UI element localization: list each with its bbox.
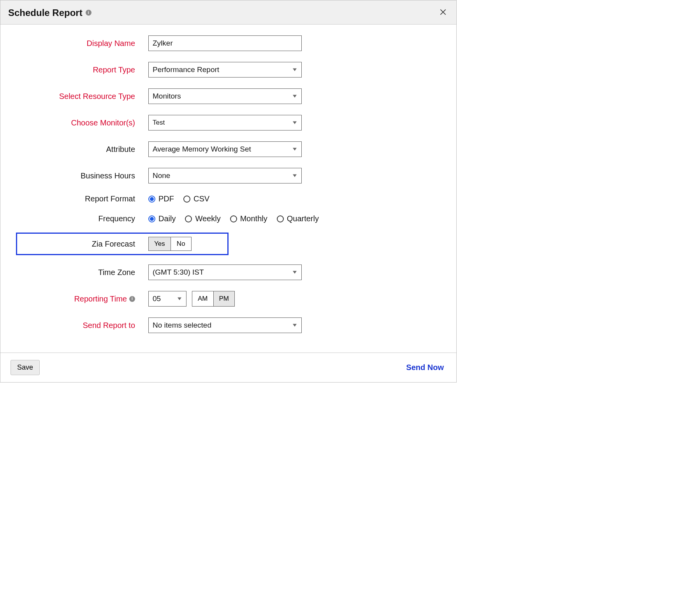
label-report-type: Report Type [16,65,148,74]
resource-type-select[interactable]: Monitors [148,88,302,104]
business-hours-value: None [153,171,170,180]
radio-icon [148,196,155,203]
choose-monitors-select[interactable]: Test [148,115,302,130]
radio-icon [183,196,190,203]
send-to-value: No items selected [153,321,211,330]
dialog-title-text: Schedule Report [8,7,83,18]
radio-icon [148,215,155,222]
row-display-name: Display Name [16,35,441,51]
report-type-value: Performance Report [153,65,219,74]
row-choose-monitors: Choose Monitor(s) Test [16,115,441,130]
row-attribute: Attribute Average Memory Working Set [16,141,441,157]
report-format-csv-radio[interactable]: CSV [183,194,209,203]
zia-forecast-toggle: Yes No [148,237,192,251]
info-icon[interactable]: i [86,10,91,16]
label-resource-type: Select Resource Type [16,92,148,101]
chevron-down-icon [178,298,181,300]
schedule-report-dialog: Schedule Report i Display Name Report Ty… [0,0,457,383]
label-time-zone: Time Zone [16,268,148,277]
time-zone-select[interactable]: (GMT 5:30) IST [148,264,302,280]
dialog-body: Display Name Report Type Performance Rep… [0,25,456,353]
row-reporting-time: Reporting Time i 05 AM PM [16,291,441,307]
row-report-format: Report Format PDF CSV [16,194,441,203]
business-hours-select[interactable]: None [148,168,302,183]
frequency-quarterly-radio[interactable]: Quarterly [277,214,319,223]
send-to-select[interactable]: No items selected [148,317,302,333]
frequency-monthly-radio[interactable]: Monthly [230,214,267,223]
resource-type-value: Monitors [153,92,181,100]
chevron-down-icon [293,122,297,124]
report-type-select[interactable]: Performance Report [148,62,302,78]
save-button[interactable]: Save [11,360,40,375]
chevron-down-icon [293,271,297,274]
radio-icon [185,215,192,222]
report-format-pdf-radio[interactable]: PDF [148,194,174,203]
row-report-type: Report Type Performance Report [16,62,441,78]
report-format-csv-label: CSV [193,194,209,203]
label-zia-forecast: Zia Forecast [17,240,148,249]
frequency-daily-label: Daily [158,214,176,223]
attribute-select[interactable]: Average Memory Working Set [148,141,302,157]
row-send-to: Send Report to No items selected [16,317,441,333]
frequency-weekly-radio[interactable]: Weekly [185,214,220,223]
chevron-down-icon [293,175,297,177]
row-time-zone: Time Zone (GMT 5:30) IST [16,264,441,280]
label-business-hours: Business Hours [16,171,148,180]
label-reporting-time: Reporting Time i [16,294,148,303]
ampm-am-button[interactable]: AM [192,291,214,306]
chevron-down-icon [293,148,297,151]
chevron-down-icon [293,95,297,98]
ampm-pm-button[interactable]: PM [214,291,235,306]
report-format-pdf-label: PDF [158,194,174,203]
label-frequency: Frequency [16,214,148,223]
reporting-hour-value: 05 [153,294,161,303]
dialog-title: Schedule Report i [8,7,91,18]
row-frequency: Frequency Daily Weekly Monthly Quarterly [16,214,441,223]
close-button[interactable] [438,7,448,19]
dialog-header: Schedule Report i [0,0,456,25]
close-icon [439,8,447,16]
reporting-hour-select[interactable]: 05 [148,291,186,307]
label-report-format: Report Format [16,194,148,203]
send-now-link[interactable]: Send Now [404,363,446,372]
label-attribute: Attribute [16,145,148,154]
frequency-daily-radio[interactable]: Daily [148,214,176,223]
zia-forecast-highlight: Zia Forecast Yes No [16,233,229,255]
chevron-down-icon [293,69,297,71]
label-reporting-time-text: Reporting Time [74,294,127,303]
frequency-monthly-label: Monthly [240,214,267,223]
attribute-value: Average Memory Working Set [153,145,251,153]
time-zone-value: (GMT 5:30) IST [153,268,204,277]
display-name-input[interactable] [148,35,302,51]
frequency-quarterly-label: Quarterly [287,214,319,223]
zia-forecast-yes-button[interactable]: Yes [149,237,171,250]
zia-forecast-no-button[interactable]: No [171,237,191,250]
chevron-down-icon [293,324,297,327]
radio-icon [277,215,284,222]
info-icon[interactable]: i [129,296,135,302]
label-choose-monitors: Choose Monitor(s) [16,118,148,127]
ampm-toggle: AM PM [192,291,235,307]
choose-monitors-value: Test [153,119,165,127]
radio-icon [230,215,237,222]
frequency-weekly-label: Weekly [195,214,220,223]
label-display-name: Display Name [16,39,148,48]
row-business-hours: Business Hours None [16,168,441,183]
row-resource-type: Select Resource Type Monitors [16,88,441,104]
dialog-footer: Save Send Now [0,353,456,382]
label-send-to: Send Report to [16,321,148,330]
